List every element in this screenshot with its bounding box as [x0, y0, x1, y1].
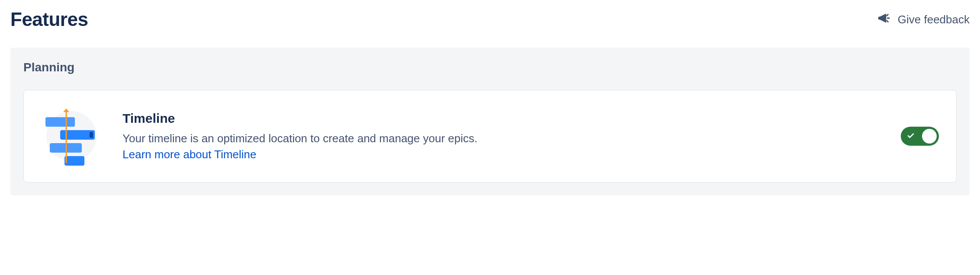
feature-card-timeline: Timeline Your timeline is an optimized l… [23, 90, 957, 182]
section-title: Planning [23, 61, 957, 74]
learn-more-link[interactable]: Learn more about Timeline [122, 148, 256, 161]
svg-rect-3 [90, 132, 93, 138]
svg-rect-5 [64, 156, 84, 166]
feature-description: Your timeline is an optimized location t… [122, 132, 880, 145]
page-title: Features [10, 9, 88, 30]
page-header: Features Give feedback [10, 9, 970, 30]
give-feedback-label: Give feedback [898, 13, 970, 26]
planning-section: Planning Timeline Your timeline is an op… [10, 48, 970, 195]
svg-marker-7 [63, 109, 69, 112]
timeline-toggle[interactable] [901, 127, 939, 146]
feature-body: Timeline Your timeline is an optimized l… [122, 111, 880, 161]
toggle-knob [922, 129, 937, 144]
megaphone-icon [877, 11, 892, 29]
check-icon [907, 132, 915, 141]
feature-title: Timeline [122, 111, 880, 126]
timeline-icon [41, 106, 102, 166]
svg-rect-1 [45, 117, 75, 127]
give-feedback-button[interactable]: Give feedback [877, 11, 970, 29]
